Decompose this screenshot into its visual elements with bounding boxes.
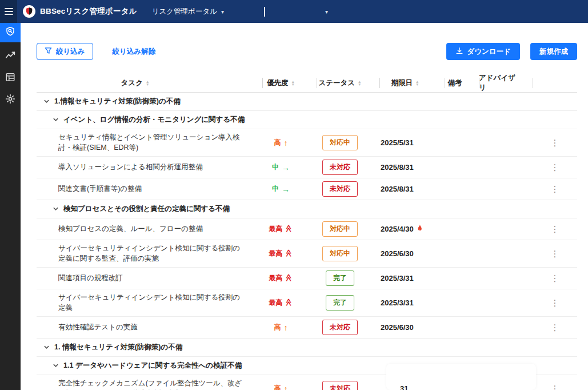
chevron-down-icon[interactable] bbox=[43, 344, 50, 351]
funnel-icon bbox=[45, 47, 52, 56]
row-menu-button[interactable]: ⋮ bbox=[547, 248, 563, 259]
due-date-cell: 2025/3/31 bbox=[379, 274, 445, 282]
sort-icon: ▲▼ bbox=[291, 80, 295, 86]
status-badge: 未対応 bbox=[322, 320, 358, 335]
sort-icon: ▲▼ bbox=[146, 80, 149, 86]
priority-double-up-icon: ≪ bbox=[285, 299, 293, 307]
portal-menu[interactable]: リスク管理ポータル ▾ bbox=[152, 7, 224, 17]
actions-cell: ⋮ bbox=[533, 297, 577, 308]
priority-double-up-icon: ≪ bbox=[285, 225, 293, 233]
table-row: 関連文書(手順書等)の整備中→未対応2025/8/31⋮ bbox=[37, 178, 577, 200]
task-title: 完全性チェックメカニズム(ファイル整合性ツール、改ざん検知ソリューション)導入検… bbox=[37, 375, 262, 390]
row-menu-button[interactable]: ⋮ bbox=[547, 297, 563, 308]
download-button-label: ダウンロード bbox=[467, 47, 511, 57]
column-header-タスク[interactable]: タスク▲▼ bbox=[37, 73, 262, 93]
row-menu-button[interactable]: ⋮ bbox=[547, 184, 563, 194]
row-menu-button[interactable]: ⋮ bbox=[547, 383, 563, 390]
group-label: 1.1 データやハードウェアに関する完全性への検証不備 bbox=[63, 361, 242, 371]
priority-double-up-icon: ≪ bbox=[285, 249, 293, 257]
column-header-label: 備考 bbox=[448, 78, 462, 88]
task-title: 関連項目の規程改訂 bbox=[37, 270, 262, 287]
priority-cell: 中→ bbox=[262, 184, 317, 194]
priority-label: 最高 bbox=[269, 224, 282, 234]
actions-cell: ⋮ bbox=[533, 224, 577, 234]
status-badge: 完了 bbox=[326, 270, 354, 286]
sidebar-item-reports[interactable] bbox=[0, 69, 21, 88]
actions-cell: ⋮ bbox=[533, 137, 577, 148]
priority-cell: 高↑ bbox=[262, 323, 317, 332]
chevron-down-icon[interactable] bbox=[53, 206, 59, 212]
chevron-down-icon[interactable] bbox=[53, 363, 59, 369]
chevron-down-icon: ▾ bbox=[221, 9, 224, 15]
column-header-ステータス[interactable]: ステータス▲▼ bbox=[317, 73, 379, 93]
group-row: 1.情報セキュリティ対策(防御策)の不備 bbox=[37, 93, 577, 111]
table-row: 導入ソリューションによる相関分析運用整備中→未対応2025/8/31⋮ bbox=[37, 157, 577, 178]
sidebar-item-risk-search[interactable] bbox=[0, 23, 21, 42]
group-label: 1. 情報セキュリティ対策(防御策)の不備 bbox=[54, 343, 182, 352]
download-button[interactable]: ダウンロード bbox=[446, 43, 520, 60]
priority-label: 高 bbox=[274, 384, 281, 390]
priority-cell: 最高≪ bbox=[262, 273, 317, 283]
task-title: サイバーセキュリティインシデント検知に関する役割の定義 bbox=[37, 289, 262, 316]
status-cell: 未対応 bbox=[317, 320, 379, 335]
actions-cell: ⋮ bbox=[533, 248, 577, 259]
status-cell: 対応中 bbox=[317, 135, 379, 150]
status-cell: 未対応 bbox=[317, 181, 379, 197]
clear-filter-link[interactable]: 絞り込み解除 bbox=[113, 47, 156, 57]
create-button[interactable]: 新規作成 bbox=[530, 43, 577, 60]
column-header-備考: 備考 bbox=[445, 73, 479, 93]
table-row: 検知プロセスの定義、ルール、フローの整備最高≪対応中2025/4/30⋮ bbox=[37, 218, 577, 240]
due-date-cell: 2025/6/30 bbox=[379, 323, 445, 332]
column-header-優先度[interactable]: 優先度▲▼ bbox=[262, 73, 317, 93]
priority-label: 中 bbox=[272, 162, 279, 172]
due-date: 2025/8/31 bbox=[381, 185, 414, 193]
chevron-down-icon: ▾ bbox=[325, 9, 328, 15]
row-menu-button[interactable]: ⋮ bbox=[547, 273, 563, 284]
sidebar-item-analytics[interactable] bbox=[0, 47, 21, 66]
main-content: 絞り込み 絞り込み解除 ダウンロード 新規作成 タスク▲▼優先度▲▼ステータス▲… bbox=[21, 23, 588, 390]
filter-button[interactable]: 絞り込み bbox=[37, 43, 93, 60]
status-cell: 対応中 bbox=[317, 246, 379, 261]
app-title: BBSecリスク管理ポータル bbox=[40, 6, 137, 17]
chevron-down-icon[interactable] bbox=[43, 98, 50, 105]
chevron-down-icon[interactable] bbox=[53, 117, 59, 123]
priority-label: 高 bbox=[274, 138, 281, 148]
column-header-actions bbox=[533, 73, 577, 93]
group-row: 検知プロセスとその役割と責任の定義に関する不備 bbox=[37, 200, 577, 218]
row-menu-button[interactable]: ⋮ bbox=[547, 162, 563, 173]
due-date: 2025/6/30 bbox=[381, 323, 414, 332]
table-header: タスク▲▼優先度▲▼ステータス▲▼期限日▲▼備考アドバイザリ bbox=[37, 73, 577, 93]
status-cell: 対応中 bbox=[317, 221, 379, 237]
topbar-select[interactable]: ▾ bbox=[264, 5, 328, 18]
row-menu-button[interactable]: ⋮ bbox=[547, 137, 563, 148]
due-date-cell: 2025/5/31 bbox=[379, 138, 445, 147]
status-badge: 未対応 bbox=[322, 160, 358, 175]
column-header-label: タスク bbox=[121, 78, 143, 88]
status-badge: 対応中 bbox=[322, 221, 358, 237]
chart-icon bbox=[5, 50, 15, 63]
status-badge: 未対応 bbox=[322, 181, 358, 197]
row-menu-button[interactable]: ⋮ bbox=[547, 224, 563, 234]
overlay-popup bbox=[386, 364, 536, 390]
priority-up-icon: ↑ bbox=[284, 138, 288, 148]
sort-icon: ▲▼ bbox=[358, 80, 361, 86]
gear-icon bbox=[5, 94, 15, 106]
due-date-cell: 2025/6/30 bbox=[379, 249, 445, 258]
due-date-cell: 2025/8/31 bbox=[379, 163, 445, 172]
priority-right-icon: → bbox=[282, 163, 290, 172]
task-title: 検知プロセスの定義、ルール、フローの整備 bbox=[37, 221, 262, 238]
actions-cell: ⋮ bbox=[533, 322, 577, 333]
status-cell: 未対応 bbox=[317, 160, 379, 175]
due-date: 2025/5/31 bbox=[381, 138, 414, 147]
actions-cell: ⋮ bbox=[533, 184, 577, 194]
hamburger-menu-button[interactable] bbox=[0, 0, 17, 23]
column-header-期限日[interactable]: 期限日▲▼ bbox=[379, 73, 445, 93]
status-badge: 未対応 bbox=[322, 381, 358, 390]
status-badge: 対応中 bbox=[322, 246, 358, 261]
sidebar-item-settings[interactable] bbox=[0, 90, 21, 110]
shield-search-icon bbox=[5, 26, 15, 39]
toolbar: 絞り込み 絞り込み解除 ダウンロード 新規作成 bbox=[37, 42, 577, 61]
group-row: 1. 情報セキュリティ対策(防御策)の不備 bbox=[37, 339, 577, 357]
row-menu-button[interactable]: ⋮ bbox=[547, 322, 563, 333]
due-date: 2025/3/31 bbox=[381, 274, 414, 282]
